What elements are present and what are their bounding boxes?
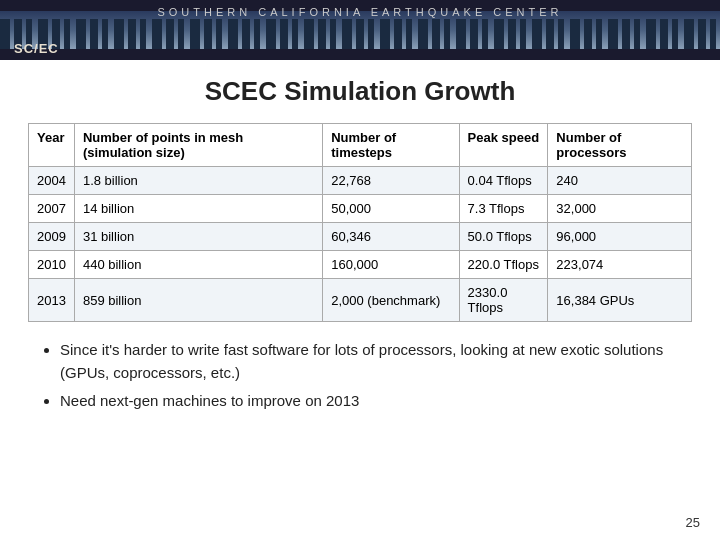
table-row: 2010440 billion160,000220.0 Tflops223,07… [29,251,692,279]
table-row: 200714 billion50,0007.3 Tflops32,000 [29,195,692,223]
list-item: Need next-gen machines to improve on 201… [60,389,688,412]
list-item: Since it's harder to write fast software… [60,338,688,385]
col-mesh-points: Number of points in mesh (simulation siz… [74,124,322,167]
table-cell: 7.3 Tflops [459,195,548,223]
col-year: Year [29,124,75,167]
table-cell: 50,000 [323,195,459,223]
table-cell: 1.8 billion [74,167,322,195]
main-content: SCEC Simulation Growth Year Number of po… [0,60,720,428]
table-cell: 440 billion [74,251,322,279]
table-cell: 859 billion [74,279,322,322]
table-cell: 60,346 [323,223,459,251]
table-cell: 160,000 [323,251,459,279]
table-row: 200931 billion60,34650.0 Tflops96,000 [29,223,692,251]
table-cell: 50.0 Tflops [459,223,548,251]
col-processors: Number of processors [548,124,692,167]
table-cell: 16,384 GPUs [548,279,692,322]
page-title: SCEC Simulation Growth [28,76,692,107]
table-cell: 223,074 [548,251,692,279]
table-cell: 14 billion [74,195,322,223]
table-cell: 220.0 Tflops [459,251,548,279]
simulation-table: Year Number of points in mesh (simulatio… [28,123,692,322]
table-cell: 2330.0 Tflops [459,279,548,322]
header-banner: SOUTHERN CALIFORNIA EARTHQUAKE CENTER SC… [0,0,720,60]
table-cell: 0.04 Tflops [459,167,548,195]
table-cell: 2009 [29,223,75,251]
table-cell: 2007 [29,195,75,223]
table-cell: 2013 [29,279,75,322]
table-row: 2013859 billion2,000 (benchmark)2330.0 T… [29,279,692,322]
page-number: 25 [686,515,700,530]
table-cell: 240 [548,167,692,195]
header-top-text: SOUTHERN CALIFORNIA EARTHQUAKE CENTER [157,6,562,18]
table-row: 20041.8 billion22,7680.04 Tflops240 [29,167,692,195]
table-cell: 2010 [29,251,75,279]
table-cell: 32,000 [548,195,692,223]
table-cell: 2004 [29,167,75,195]
bullet-section: Since it's harder to write fast software… [28,338,692,412]
col-timesteps: Number of timesteps [323,124,459,167]
table-cell: 31 billion [74,223,322,251]
table-cell: 2,000 (benchmark) [323,279,459,322]
table-cell: 22,768 [323,167,459,195]
header-logo: SC/EC [14,41,59,56]
col-peak-speed: Peak speed [459,124,548,167]
table-cell: 96,000 [548,223,692,251]
